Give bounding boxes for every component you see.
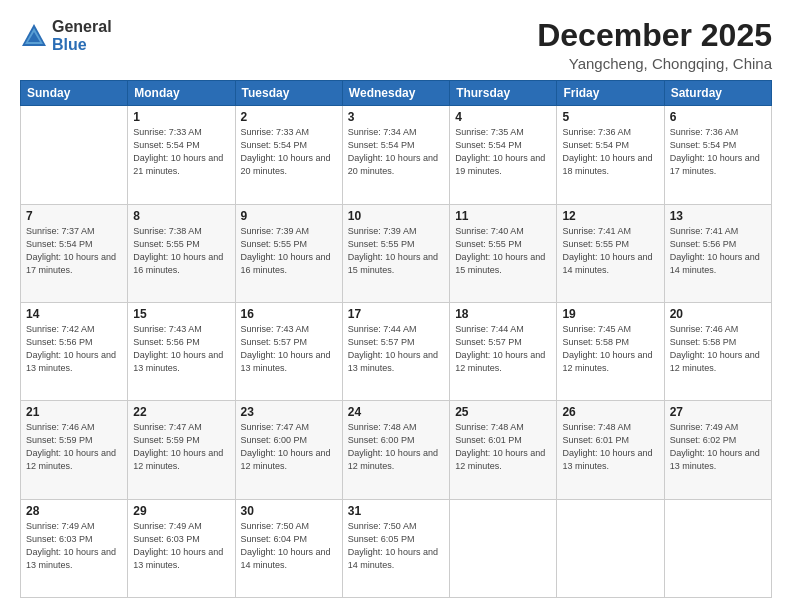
logo-blue-text: Blue xyxy=(52,36,112,54)
day-number: 26 xyxy=(562,405,658,419)
table-row: 22Sunrise: 7:47 AMSunset: 5:59 PMDayligh… xyxy=(128,401,235,499)
table-row xyxy=(664,499,771,597)
calendar-week-row: 14Sunrise: 7:42 AMSunset: 5:56 PMDayligh… xyxy=(21,302,772,400)
day-info: Sunrise: 7:47 AMSunset: 5:59 PMDaylight:… xyxy=(133,421,229,473)
calendar-week-row: 28Sunrise: 7:49 AMSunset: 6:03 PMDayligh… xyxy=(21,499,772,597)
col-sunday: Sunday xyxy=(21,81,128,106)
table-row: 14Sunrise: 7:42 AMSunset: 5:56 PMDayligh… xyxy=(21,302,128,400)
day-number: 28 xyxy=(26,504,122,518)
page: General Blue December 2025 Yangcheng, Ch… xyxy=(0,0,792,612)
table-row: 11Sunrise: 7:40 AMSunset: 5:55 PMDayligh… xyxy=(450,204,557,302)
table-row: 13Sunrise: 7:41 AMSunset: 5:56 PMDayligh… xyxy=(664,204,771,302)
table-row: 5Sunrise: 7:36 AMSunset: 5:54 PMDaylight… xyxy=(557,106,664,204)
day-info: Sunrise: 7:50 AMSunset: 6:05 PMDaylight:… xyxy=(348,520,444,572)
table-row: 28Sunrise: 7:49 AMSunset: 6:03 PMDayligh… xyxy=(21,499,128,597)
day-number: 1 xyxy=(133,110,229,124)
calendar-week-row: 1Sunrise: 7:33 AMSunset: 5:54 PMDaylight… xyxy=(21,106,772,204)
col-tuesday: Tuesday xyxy=(235,81,342,106)
day-number: 12 xyxy=(562,209,658,223)
day-number: 24 xyxy=(348,405,444,419)
day-info: Sunrise: 7:37 AMSunset: 5:54 PMDaylight:… xyxy=(26,225,122,277)
logo: General Blue xyxy=(20,18,112,53)
day-number: 23 xyxy=(241,405,337,419)
day-number: 17 xyxy=(348,307,444,321)
day-number: 13 xyxy=(670,209,766,223)
header: General Blue December 2025 Yangcheng, Ch… xyxy=(20,18,772,72)
day-number: 31 xyxy=(348,504,444,518)
col-thursday: Thursday xyxy=(450,81,557,106)
logo-text: General Blue xyxy=(52,18,112,53)
day-info: Sunrise: 7:39 AMSunset: 5:55 PMDaylight:… xyxy=(348,225,444,277)
table-row xyxy=(450,499,557,597)
table-row: 21Sunrise: 7:46 AMSunset: 5:59 PMDayligh… xyxy=(21,401,128,499)
table-row: 25Sunrise: 7:48 AMSunset: 6:01 PMDayligh… xyxy=(450,401,557,499)
day-info: Sunrise: 7:48 AMSunset: 6:01 PMDaylight:… xyxy=(455,421,551,473)
day-info: Sunrise: 7:48 AMSunset: 6:00 PMDaylight:… xyxy=(348,421,444,473)
table-row: 4Sunrise: 7:35 AMSunset: 5:54 PMDaylight… xyxy=(450,106,557,204)
table-row: 7Sunrise: 7:37 AMSunset: 5:54 PMDaylight… xyxy=(21,204,128,302)
day-info: Sunrise: 7:45 AMSunset: 5:58 PMDaylight:… xyxy=(562,323,658,375)
day-number: 11 xyxy=(455,209,551,223)
day-number: 20 xyxy=(670,307,766,321)
table-row xyxy=(557,499,664,597)
day-info: Sunrise: 7:40 AMSunset: 5:55 PMDaylight:… xyxy=(455,225,551,277)
day-number: 21 xyxy=(26,405,122,419)
table-row: 6Sunrise: 7:36 AMSunset: 5:54 PMDaylight… xyxy=(664,106,771,204)
table-row: 20Sunrise: 7:46 AMSunset: 5:58 PMDayligh… xyxy=(664,302,771,400)
day-number: 19 xyxy=(562,307,658,321)
col-saturday: Saturday xyxy=(664,81,771,106)
day-number: 10 xyxy=(348,209,444,223)
day-info: Sunrise: 7:49 AMSunset: 6:03 PMDaylight:… xyxy=(133,520,229,572)
calendar-week-row: 21Sunrise: 7:46 AMSunset: 5:59 PMDayligh… xyxy=(21,401,772,499)
day-info: Sunrise: 7:44 AMSunset: 5:57 PMDaylight:… xyxy=(348,323,444,375)
table-row: 18Sunrise: 7:44 AMSunset: 5:57 PMDayligh… xyxy=(450,302,557,400)
day-info: Sunrise: 7:34 AMSunset: 5:54 PMDaylight:… xyxy=(348,126,444,178)
day-number: 6 xyxy=(670,110,766,124)
day-number: 27 xyxy=(670,405,766,419)
day-info: Sunrise: 7:42 AMSunset: 5:56 PMDaylight:… xyxy=(26,323,122,375)
day-number: 2 xyxy=(241,110,337,124)
day-number: 30 xyxy=(241,504,337,518)
day-number: 15 xyxy=(133,307,229,321)
day-info: Sunrise: 7:46 AMSunset: 5:59 PMDaylight:… xyxy=(26,421,122,473)
calendar-header-row: Sunday Monday Tuesday Wednesday Thursday… xyxy=(21,81,772,106)
col-friday: Friday xyxy=(557,81,664,106)
day-number: 9 xyxy=(241,209,337,223)
day-info: Sunrise: 7:39 AMSunset: 5:55 PMDaylight:… xyxy=(241,225,337,277)
table-row: 29Sunrise: 7:49 AMSunset: 6:03 PMDayligh… xyxy=(128,499,235,597)
calendar-title: December 2025 xyxy=(537,18,772,53)
day-number: 4 xyxy=(455,110,551,124)
day-info: Sunrise: 7:35 AMSunset: 5:54 PMDaylight:… xyxy=(455,126,551,178)
col-monday: Monday xyxy=(128,81,235,106)
day-info: Sunrise: 7:41 AMSunset: 5:56 PMDaylight:… xyxy=(670,225,766,277)
calendar-table: Sunday Monday Tuesday Wednesday Thursday… xyxy=(20,80,772,598)
table-row: 10Sunrise: 7:39 AMSunset: 5:55 PMDayligh… xyxy=(342,204,449,302)
day-info: Sunrise: 7:50 AMSunset: 6:04 PMDaylight:… xyxy=(241,520,337,572)
logo-icon xyxy=(20,22,48,50)
day-number: 8 xyxy=(133,209,229,223)
table-row: 17Sunrise: 7:44 AMSunset: 5:57 PMDayligh… xyxy=(342,302,449,400)
day-info: Sunrise: 7:49 AMSunset: 6:03 PMDaylight:… xyxy=(26,520,122,572)
logo-general-text: General xyxy=(52,18,112,36)
table-row: 24Sunrise: 7:48 AMSunset: 6:00 PMDayligh… xyxy=(342,401,449,499)
day-info: Sunrise: 7:46 AMSunset: 5:58 PMDaylight:… xyxy=(670,323,766,375)
day-info: Sunrise: 7:36 AMSunset: 5:54 PMDaylight:… xyxy=(562,126,658,178)
table-row: 15Sunrise: 7:43 AMSunset: 5:56 PMDayligh… xyxy=(128,302,235,400)
table-row: 16Sunrise: 7:43 AMSunset: 5:57 PMDayligh… xyxy=(235,302,342,400)
day-info: Sunrise: 7:43 AMSunset: 5:57 PMDaylight:… xyxy=(241,323,337,375)
calendar-week-row: 7Sunrise: 7:37 AMSunset: 5:54 PMDaylight… xyxy=(21,204,772,302)
day-info: Sunrise: 7:48 AMSunset: 6:01 PMDaylight:… xyxy=(562,421,658,473)
day-number: 7 xyxy=(26,209,122,223)
day-info: Sunrise: 7:36 AMSunset: 5:54 PMDaylight:… xyxy=(670,126,766,178)
day-number: 22 xyxy=(133,405,229,419)
day-info: Sunrise: 7:38 AMSunset: 5:55 PMDaylight:… xyxy=(133,225,229,277)
day-info: Sunrise: 7:41 AMSunset: 5:55 PMDaylight:… xyxy=(562,225,658,277)
day-info: Sunrise: 7:33 AMSunset: 5:54 PMDaylight:… xyxy=(133,126,229,178)
day-number: 16 xyxy=(241,307,337,321)
day-info: Sunrise: 7:49 AMSunset: 6:02 PMDaylight:… xyxy=(670,421,766,473)
day-info: Sunrise: 7:44 AMSunset: 5:57 PMDaylight:… xyxy=(455,323,551,375)
table-row: 1Sunrise: 7:33 AMSunset: 5:54 PMDaylight… xyxy=(128,106,235,204)
day-number: 18 xyxy=(455,307,551,321)
day-number: 3 xyxy=(348,110,444,124)
day-number: 25 xyxy=(455,405,551,419)
